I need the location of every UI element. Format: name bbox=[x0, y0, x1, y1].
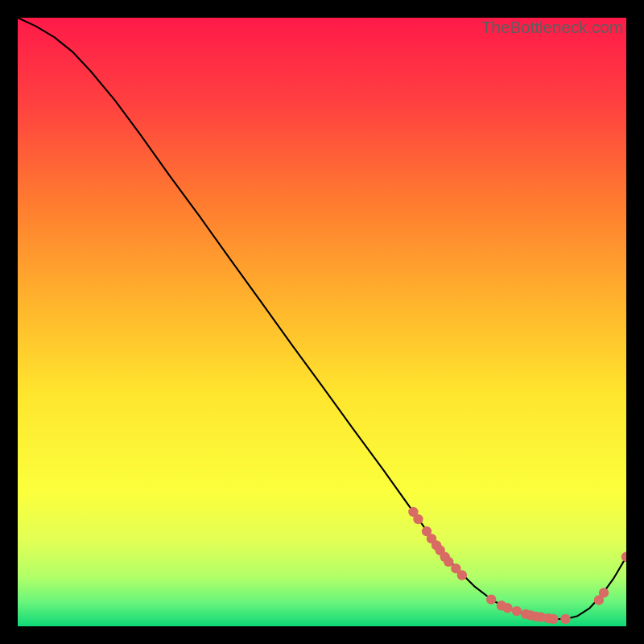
watermark-text: TheBottleneck.com bbox=[481, 18, 623, 37]
gradient-background bbox=[18, 18, 626, 626]
data-point bbox=[560, 614, 570, 624]
data-point bbox=[502, 603, 512, 613]
data-point bbox=[548, 614, 558, 624]
chart-svg bbox=[18, 18, 626, 626]
data-point bbox=[512, 606, 522, 616]
data-point bbox=[413, 514, 423, 524]
data-point bbox=[599, 588, 609, 597]
data-point bbox=[486, 595, 496, 605]
chart-frame: TheBottleneck.com bbox=[18, 18, 626, 626]
data-point bbox=[457, 570, 467, 580]
